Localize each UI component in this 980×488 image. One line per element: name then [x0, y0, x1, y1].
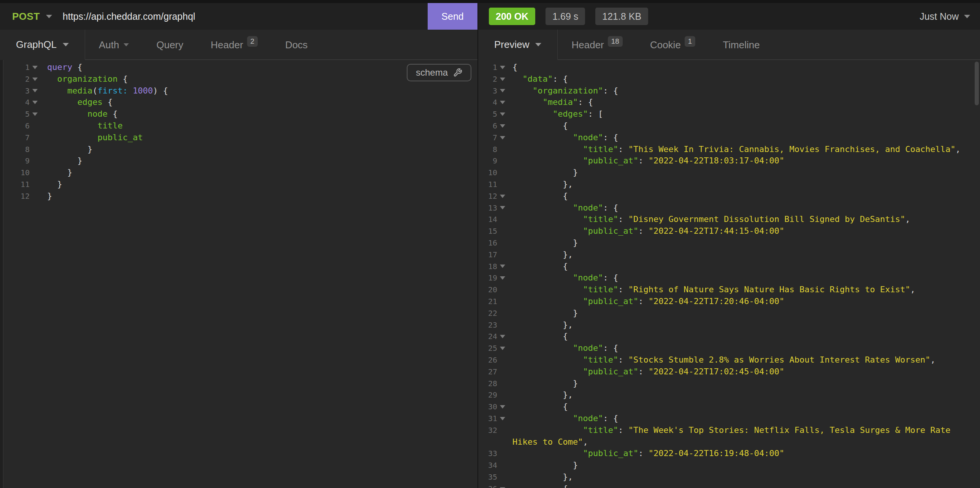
line-number: 7: [3, 132, 30, 144]
code-text: }: [512, 307, 980, 319]
line-number: 24: [478, 331, 497, 342]
editor-area: schema 1query {2 organization {3 media(f…: [0, 60, 980, 488]
tab-cookie[interactable]: Cookie1: [636, 30, 710, 60]
fold-toggle[interactable]: [30, 97, 40, 108]
code-text: "public_at": "2022-04-22T18:03:17-04:00": [512, 155, 980, 167]
code-text: }: [47, 155, 477, 167]
fold-toggle[interactable]: [30, 85, 40, 97]
chevron-down-icon[interactable]: [46, 15, 52, 18]
preview-mode-dropdown[interactable]: Preview: [478, 30, 558, 60]
fold-toggle[interactable]: [497, 85, 508, 97]
line-number: 25: [478, 342, 497, 354]
send-button[interactable]: Send: [428, 3, 477, 30]
fold-toggle[interactable]: [30, 73, 40, 85]
code-text: },: [512, 471, 980, 483]
gutter-spacer: [497, 319, 508, 331]
line-number: 13: [478, 202, 497, 214]
response-tab-group: Header18Cookie1Timeline: [558, 30, 773, 60]
url-input[interactable]: https://api.cheddar.com/graphql: [63, 11, 428, 22]
response-editor[interactable]: 1{2 "data": {3 "organization": {4 "media…: [478, 60, 980, 488]
fold-toggle[interactable]: [497, 272, 508, 284]
gutter-spacer: [497, 214, 508, 226]
method-dropdown[interactable]: POST: [12, 11, 40, 22]
scrollbar-thumb[interactable]: [975, 62, 979, 105]
history-label: Just Now: [920, 11, 959, 22]
code-text: },: [512, 179, 980, 191]
tab-timeline[interactable]: Timeline: [709, 30, 773, 60]
chevron-down-icon: [32, 78, 38, 81]
status-badge: 200 OK: [489, 8, 535, 25]
line-number: 34: [478, 459, 497, 471]
tab-auth[interactable]: Auth: [85, 30, 143, 60]
chevron-down-icon: [500, 101, 505, 104]
fold-toggle[interactable]: [497, 331, 508, 342]
chevron-down-icon: [500, 89, 505, 92]
line-number: 17: [478, 249, 497, 261]
code-line: 13 "node": {: [478, 202, 980, 214]
fold-toggle[interactable]: [497, 261, 508, 272]
tab-label: Header: [571, 39, 604, 51]
fold-toggle[interactable]: [497, 97, 508, 108]
code-line: 20 "title": "Rights of Nature Says Natur…: [478, 284, 980, 296]
tab-label: Query: [156, 39, 183, 51]
api-client-window: POST https://api.cheddar.com/graphql Sen…: [0, 0, 980, 488]
tab-header[interactable]: Header2: [197, 30, 271, 60]
fold-toggle[interactable]: [30, 108, 40, 120]
fold-toggle[interactable]: [497, 132, 508, 144]
code-text: "title": "Disney Government Dissolution …: [512, 214, 980, 226]
body-type-label: GraphQL: [16, 39, 57, 51]
fold-toggle[interactable]: [497, 401, 508, 413]
chevron-down-icon: [500, 264, 505, 268]
fold-toggle[interactable]: [497, 413, 508, 424]
gutter-spacer: [497, 284, 508, 296]
gutter-spacer: [497, 179, 508, 191]
chevron-down-icon: [124, 43, 129, 46]
chevron-down-icon: [500, 136, 505, 140]
fold-toggle[interactable]: [497, 73, 508, 85]
tab-label: Header: [211, 39, 243, 51]
history-dropdown[interactable]: Just Now: [920, 11, 970, 22]
gutter-spacer: [497, 144, 508, 156]
code-line: 3 media(first: 1000) {: [3, 85, 477, 97]
body-type-dropdown[interactable]: GraphQL: [0, 30, 85, 60]
fold-toggle[interactable]: [497, 202, 508, 214]
line-number: 1: [478, 62, 497, 73]
preview-mode-label: Preview: [494, 39, 529, 51]
code-text: "public_at": "2022-04-22T16:19:48-04:00": [512, 448, 980, 459]
fold-toggle[interactable]: [497, 120, 508, 132]
gutter-spacer: [30, 132, 40, 144]
fold-toggle[interactable]: [497, 191, 508, 202]
line-number: 2: [3, 73, 30, 85]
code-line: 26 "title": "Stocks Stumble 2.8% as Worr…: [478, 354, 980, 366]
code-text: {: [512, 62, 980, 73]
fold-toggle[interactable]: [497, 342, 508, 354]
code-line: 2 "data": {: [478, 73, 980, 85]
code-line: 36 {: [478, 483, 980, 488]
fold-toggle[interactable]: [497, 62, 508, 73]
chevron-down-icon: [32, 113, 38, 116]
schema-button[interactable]: schema: [407, 64, 471, 81]
window-top-edge: [0, 0, 980, 3]
request-editor[interactable]: schema 1query {2 organization {3 media(f…: [0, 60, 477, 488]
fold-toggle[interactable]: [30, 62, 40, 73]
tab-header[interactable]: Header18: [558, 30, 636, 60]
wrench-icon: [453, 68, 462, 77]
line-number: 1: [3, 62, 30, 73]
line-number: 8: [478, 144, 497, 156]
fold-toggle[interactable]: [497, 108, 508, 120]
fold-toggle[interactable]: [497, 483, 508, 488]
gutter-spacer: [30, 120, 40, 132]
code-line: 1query {: [3, 62, 477, 73]
line-number: 26: [478, 354, 497, 366]
chevron-down-icon: [32, 66, 38, 69]
request-tabs: GraphQL AuthQueryHeader2Docs: [0, 30, 477, 60]
code-line: 2 organization {: [3, 73, 477, 85]
line-number: 10: [478, 167, 497, 179]
tab-docs[interactable]: Docs: [271, 30, 321, 60]
line-number: 8: [3, 144, 30, 156]
tab-query[interactable]: Query: [143, 30, 197, 60]
code-text: {: [512, 120, 980, 132]
line-number: 11: [478, 179, 497, 191]
line-number: 32: [478, 424, 497, 436]
code-line: 6 title: [3, 120, 477, 132]
